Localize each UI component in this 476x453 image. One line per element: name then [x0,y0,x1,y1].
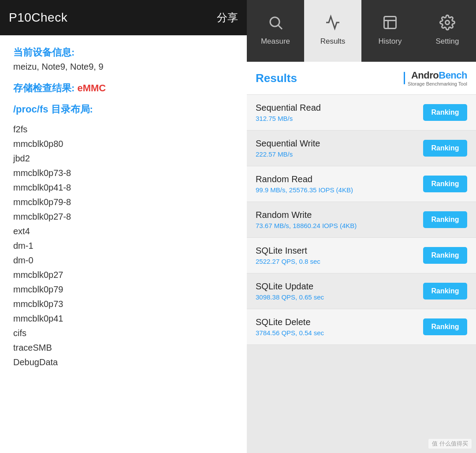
list-item: ext4 [13,224,234,239]
list-item: DebugData [13,355,234,370]
list-item: jbd2 [13,151,234,166]
history-icon [382,15,398,34]
ranking-button[interactable]: Ranking [423,211,467,228]
list-item: traceSMB [13,341,234,355]
left-content: 当前设备信息: meizu, Note9, Note9, 9 存储检查结果: e… [0,35,247,453]
benchmark-row: SQLite Update3098.38 QPS, 0.65 secRankin… [247,273,476,309]
tab-history[interactable]: History [361,0,419,62]
device-info-label: 当前设备信息: [13,46,234,59]
tab-results-label: Results [320,37,346,46]
androbench-logo: AndroBench Storage Benchmarking Tool [404,70,467,86]
logo-bench: Bench [439,70,467,81]
benchmark-row: SQLite Delete3784.56 QPS, 0.54 secRankin… [247,309,476,345]
left-panel: P10Check 分享 当前设备信息: meizu, Note9, Note9,… [0,0,247,453]
benchmark-info: SQLite Update3098.38 QPS, 0.65 sec [256,281,324,301]
tab-results[interactable]: Results [304,0,361,62]
dir-list: f2fsmmcblk0p80jbd2mmcblk0p73-8mmcblk0p41… [13,122,234,370]
ranking-button[interactable]: Ranking [423,140,467,157]
results-header: Results AndroBench Storage Benchmarking … [247,62,476,95]
benchmark-row: SQLite Insert2522.27 QPS, 0.8 secRanking [247,238,476,273]
ranking-button[interactable]: Ranking [423,247,467,264]
svg-rect-2 [384,17,396,29]
ranking-button[interactable]: Ranking [423,318,467,335]
benchmark-info: Sequential Write222.57 MB/s [256,139,320,158]
list-item: dm-0 [13,253,234,268]
dir-label: /proc/fs 目录布局: [13,103,234,116]
benchmark-value: 3784.56 QPS, 0.54 sec [256,329,324,337]
benchmark-info: SQLite Insert2522.27 QPS, 0.8 sec [256,246,320,265]
list-item: mmcblk0p73-8 [13,166,234,180]
svg-point-0 [270,17,279,26]
benchmark-name: Sequential Write [256,139,320,149]
tab-setting-label: Setting [436,37,459,46]
tab-measure-label: Measure [261,37,290,46]
benchmark-name: Random Write [256,210,357,220]
results-title: Results [256,71,297,85]
results-icon [325,15,341,34]
list-item: mmcblk0p27-8 [13,210,234,224]
benchmark-info: Random Write73.67 MB/s, 18860.24 IOPS (4… [256,210,357,229]
left-header: P10Check 分享 [0,0,247,35]
right-panel: MeasureResultsHistorySetting Results And… [247,0,476,453]
androbench-brand: AndroBench [411,70,467,81]
list-item: mmcblk0p80 [13,137,234,151]
benchmark-info: Random Read99.9 MB/s, 25576.35 IOPS (4KB… [256,174,353,194]
tab-history-label: History [379,37,402,46]
list-item: mmcblk0p41-8 [13,180,234,195]
benchmark-value: 222.57 MB/s [256,150,320,158]
benchmark-info: Sequential Read312.75 MB/s [256,103,321,122]
benchmark-list: Sequential Read312.75 MB/sRankingSequent… [247,95,476,453]
storage-label: 存储检查结果: eMMC [13,82,234,95]
list-item: cifs [13,326,234,341]
benchmark-name: Sequential Read [256,103,321,113]
storage-value: eMMC [77,82,106,94]
list-item: mmcblk0p27 [13,268,234,282]
list-item: mmcblk0p41 [13,311,234,326]
benchmark-value: 312.75 MB/s [256,115,321,122]
benchmark-value: 99.9 MB/s, 25576.35 IOPS (4KB) [256,186,353,194]
setting-icon [439,15,455,34]
app-title: P10Check [9,11,67,25]
list-item: dm-1 [13,239,234,253]
ranking-button[interactable]: Ranking [423,176,467,192]
benchmark-value: 2522.27 QPS, 0.8 sec [256,258,320,265]
benchmark-info: SQLite Delete3784.56 QPS, 0.54 sec [256,317,324,337]
measure-icon [268,15,283,34]
tab-bar: MeasureResultsHistorySetting [247,0,476,62]
list-item: mmcblk0p73 [13,297,234,311]
benchmark-name: SQLite Delete [256,317,324,327]
list-item: f2fs [13,122,234,137]
logo-sub: Storage Benchmarking Tool [408,81,467,86]
benchmark-name: SQLite Update [256,281,324,292]
tab-setting[interactable]: Setting [419,0,476,62]
tab-measure[interactable]: Measure [247,0,304,62]
benchmark-row: Sequential Write222.57 MB/sRanking [247,131,476,166]
benchmark-row: Random Write73.67 MB/s, 18860.24 IOPS (4… [247,202,476,238]
list-item: mmcblk0p79-8 [13,195,234,210]
benchmark-name: Random Read [256,174,353,184]
logo-andro: Andro [411,70,439,81]
benchmark-value: 3098.38 QPS, 0.65 sec [256,293,324,301]
logo-bar [404,72,405,84]
benchmark-row: Random Read99.9 MB/s, 25576.35 IOPS (4KB… [247,166,476,202]
benchmark-name: SQLite Insert [256,246,320,256]
share-button[interactable]: 分享 [217,11,238,25]
svg-line-1 [279,26,282,29]
benchmark-row: Sequential Read312.75 MB/sRanking [247,95,476,131]
svg-point-5 [446,21,450,25]
watermark: 值 什么值得买 [428,439,472,449]
list-item: mmcblk0p79 [13,282,234,297]
benchmark-value: 73.67 MB/s, 18860.24 IOPS (4KB) [256,222,357,229]
ranking-button[interactable]: Ranking [423,283,467,300]
ranking-button[interactable]: Ranking [423,104,467,121]
device-info-value: meizu, Note9, Note9, 9 [13,62,234,72]
